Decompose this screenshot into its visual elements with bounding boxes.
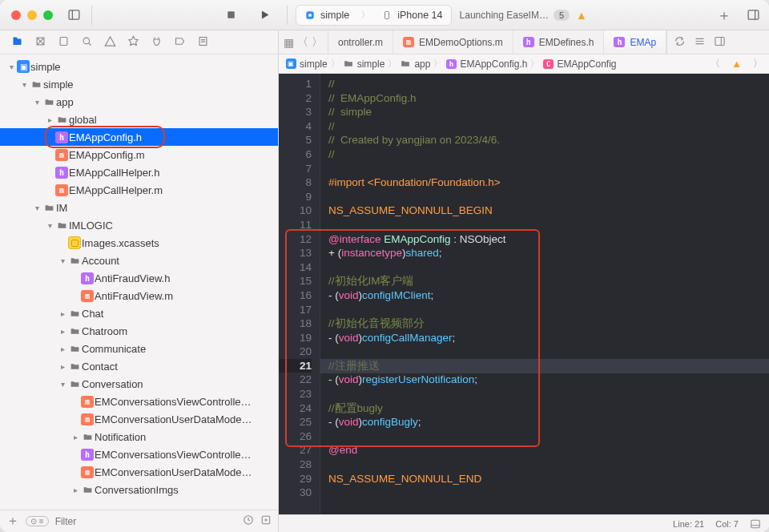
project-root[interactable]: ▾▣ simple: [0, 58, 278, 75]
project-navigator-tab[interactable]: [11, 35, 23, 50]
file-images-xcassets[interactable]: Images.xcassets: [0, 234, 278, 252]
nav-back-button[interactable]: 〈: [297, 35, 308, 50]
assets-icon: [68, 236, 81, 249]
add-editor-button[interactable]: ＋: [715, 6, 734, 25]
group-label: Account: [82, 255, 119, 267]
group-app[interactable]: ▾ app: [0, 93, 278, 111]
file-emappconfig-m[interactable]: m EMAppConfig.m: [0, 146, 278, 163]
folder-icon: [67, 379, 82, 389]
tab-label: EMDemoOptions.m: [419, 37, 503, 48]
xcodeproj-icon: ▣: [17, 60, 30, 73]
file-convvc-m[interactable]: m EMConversationsViewControlle…: [0, 393, 278, 410]
svg-rect-4: [385, 11, 389, 18]
warning-icon[interactable]: ▲: [576, 9, 587, 22]
add-button[interactable]: ＋: [6, 513, 19, 530]
code-editor[interactable]: 12345 678910 1112131415 1617181920 21222…: [279, 74, 769, 514]
jumpbar-seg[interactable]: simple: [300, 58, 328, 70]
file-convvc-h[interactable]: h EMConversationsViewControlle…: [0, 445, 278, 463]
scope-filter-button[interactable]: ⊙ ≡: [26, 516, 49, 526]
group-label: simple: [43, 79, 74, 91]
group-label: ConversationImgs: [95, 484, 179, 496]
group-conversation[interactable]: ▾ Conversation: [0, 375, 278, 393]
close-window-button[interactable]: [11, 10, 21, 20]
svg-line-10: [88, 42, 91, 45]
group-label: Conversation: [82, 378, 143, 390]
editor-options-button[interactable]: [694, 35, 706, 50]
related-items-button[interactable]: ▦: [284, 36, 294, 49]
test-navigator-tab[interactable]: [127, 35, 139, 50]
breakpoint-navigator-tab[interactable]: [174, 35, 186, 50]
xcodeproj-icon: ▣: [286, 58, 296, 69]
minimize-window-button[interactable]: [27, 10, 37, 20]
gutter[interactable]: 12345 678910 1112131415 1617181920 21222…: [279, 74, 320, 514]
file-convdm-m[interactable]: m EMConversationUserDataMode…: [0, 410, 278, 428]
folder-icon: [67, 344, 82, 354]
next-issue-button[interactable]: 〉: [753, 57, 763, 71]
scheme-destination-pill[interactable]: simple 〉 iPhone 14: [296, 5, 451, 26]
find-navigator-tab[interactable]: [81, 35, 93, 50]
jump-bar[interactable]: ▣ simple〉 simple〉 app〉 h EMAppConfig.h〉 …: [279, 54, 769, 74]
file-label: EMConversationUserDataMode…: [95, 466, 252, 478]
jumpbar-seg[interactable]: EMAppConfig.h: [460, 58, 527, 70]
group-global[interactable]: ▸ global: [0, 111, 278, 128]
group-notification[interactable]: ▸ Notification: [0, 428, 278, 445]
file-emappcallhelper-m[interactable]: m EMAppCallHelper.m: [0, 181, 278, 199]
run-button[interactable]: [255, 6, 274, 25]
jumpbar-seg[interactable]: app: [414, 58, 430, 70]
file-emappconfig-h[interactable]: h EMAppConfig.h: [0, 128, 278, 146]
group-imlogic[interactable]: ▾ IMLOGIC: [0, 216, 278, 234]
group-simple[interactable]: ▾ simple: [0, 75, 278, 93]
editor-tab[interactable]: ontroller.m: [328, 30, 393, 54]
editor-panel: ▦ 〈 〉 ontroller.m mEMDemoOptions.m hEMDe…: [279, 30, 769, 532]
prev-issue-button[interactable]: 〈: [711, 57, 720, 71]
group-communicate[interactable]: ▸ Communicate: [0, 340, 278, 357]
report-navigator-tab[interactable]: [197, 35, 209, 50]
issue-navigator-tab[interactable]: [104, 35, 116, 50]
impl-file-icon: m: [55, 149, 68, 161]
file-label: Images.xcassets: [82, 237, 159, 249]
stop-button[interactable]: [221, 6, 240, 25]
impl-file-icon: m: [55, 184, 68, 196]
debug-navigator-tab[interactable]: [151, 35, 163, 50]
toggle-left-panel-button[interactable]: [64, 6, 83, 25]
group-convimgs[interactable]: ▸ ConversationImgs: [0, 481, 278, 498]
project-tree[interactable]: ▾▣ simple ▾ simple ▾ app ▸ global: [0, 54, 278, 510]
filter-input[interactable]: [55, 516, 236, 527]
svg-rect-2: [227, 11, 235, 18]
zoom-window-button[interactable]: [43, 10, 53, 20]
source-control-tab[interactable]: [34, 35, 46, 50]
group-chatroom[interactable]: ▸ Chatroom: [0, 322, 278, 340]
tab-label: EMDefines.h: [539, 37, 594, 48]
file-emappcallhelper-h[interactable]: h EMAppCallHelper.h: [0, 163, 278, 181]
code-content[interactable]: // // EMAppConfig.h // simple // // Crea…: [320, 74, 769, 514]
impl-file-icon: m: [81, 290, 94, 302]
library-button[interactable]: [743, 6, 763, 25]
group-chat[interactable]: ▸ Chat: [0, 304, 278, 322]
recent-filter-button[interactable]: [243, 514, 254, 528]
editor-tab[interactable]: hEMDefines.h: [513, 30, 605, 54]
file-antifraudview-m[interactable]: m AntiFraudView.m: [0, 287, 278, 304]
editor-tab[interactable]: mEMDemoOptions.m: [393, 30, 513, 54]
symbol-navigator-tab[interactable]: [58, 35, 70, 50]
file-label: EMAppConfig.h: [69, 131, 142, 143]
group-account[interactable]: ▾ Account: [0, 252, 278, 269]
folder-icon: [54, 115, 69, 125]
jumpbar-seg[interactable]: EMAppConfig: [557, 58, 616, 70]
counterparts-button[interactable]: [674, 35, 686, 50]
warning-icon[interactable]: ▲: [731, 58, 742, 70]
group-contact[interactable]: ▸ Contact: [0, 357, 278, 375]
xcode-window: simple 〉 iPhone 14 Launching EaseIM… 5 ▲…: [0, 0, 769, 532]
nav-forward-button[interactable]: 〉: [312, 35, 323, 50]
group-im[interactable]: ▾ IM: [0, 199, 278, 216]
chevron-right-icon: 〉: [357, 10, 373, 21]
file-convdm-m2[interactable]: m EMConversationUserDataMode…: [0, 463, 278, 481]
header-file-icon: h: [446, 59, 457, 69]
editor-tab-active[interactable]: hEMAp: [604, 30, 666, 54]
file-label: EMAppCallHelper.m: [69, 184, 163, 196]
add-editor-button[interactable]: [714, 35, 726, 50]
file-antifraudview-h[interactable]: h AntiFraudView.h: [0, 269, 278, 287]
jumpbar-seg[interactable]: simple: [357, 58, 385, 70]
toggle-bottom-panel-button[interactable]: [750, 518, 761, 530]
folder-icon: [80, 432, 95, 442]
scm-filter-button[interactable]: [260, 514, 272, 528]
